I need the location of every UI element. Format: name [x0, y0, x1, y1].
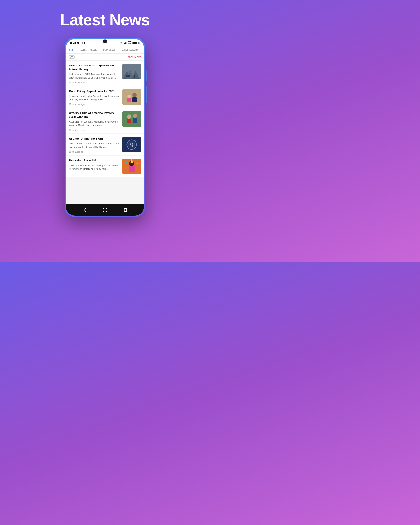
- news-excerpt: Seven's Good Friday Appeal is back on tr…: [69, 94, 120, 101]
- svg-point-16: [127, 94, 131, 98]
- page-title: Latest News: [60, 11, 150, 29]
- news-excerpt: Season 5 of the 'worst' cooking show Nai…: [69, 164, 120, 171]
- phone-mockup: 10:38: [65, 38, 145, 217]
- news-text: Returning: Nailed It! Season 5 of the 'w…: [69, 159, 120, 172]
- news-title: SAS Australia team in quarantine before …: [69, 64, 120, 71]
- status-left: 10:38: [70, 42, 86, 44]
- svg-rect-35: [124, 209, 126, 211]
- svg-rect-18: [122, 111, 141, 127]
- news-feed: SAS Australia team in quarantine before …: [66, 61, 144, 204]
- svg-rect-20: [127, 119, 131, 123]
- news-text: SAS Australia team in quarantine before …: [69, 64, 120, 84]
- tab-top-news[interactable]: TOP NEWS: [100, 46, 119, 53]
- news-item[interactable]: Airdate: Q: Into the Storm HBO documenta…: [66, 134, 144, 155]
- news-thumbnail: Q: [122, 137, 141, 152]
- svg-rect-17: [127, 98, 131, 102]
- news-thumbnail: [122, 111, 141, 127]
- svg-rect-15: [132, 97, 137, 102]
- news-item[interactable]: SAS Australia team in quarantine before …: [66, 61, 144, 86]
- ad-bar: Ad Learn More: [66, 54, 144, 61]
- news-item[interactable]: Returning: Nailed It! Season 5 of the 'w…: [66, 156, 144, 177]
- home-icon: [103, 208, 107, 212]
- svg-point-12: [134, 75, 135, 78]
- bottom-nav: [66, 204, 144, 216]
- svg-marker-2: [84, 42, 86, 44]
- tab-latest-news[interactable]: LATEST NEWS: [76, 46, 100, 53]
- recents-button[interactable]: [122, 207, 128, 213]
- svg-point-14: [132, 93, 137, 97]
- learn-more-link[interactable]: Learn More: [126, 55, 141, 59]
- news-title: Returning: Nailed It!: [69, 159, 120, 162]
- news-excerpt: Instructors for SAS Australia have arriv…: [69, 72, 120, 79]
- svg-rect-22: [133, 118, 137, 123]
- news-thumbnail: [122, 64, 141, 79]
- play-icon: [84, 42, 86, 44]
- svg-point-11: [128, 75, 130, 77]
- svg-point-21: [133, 114, 137, 118]
- shield-icon: [77, 42, 79, 44]
- wifi-icon: [120, 42, 123, 44]
- svg-point-10: [126, 75, 128, 77]
- news-excerpt: HBO documentary series Q: Into the Storm…: [69, 142, 120, 149]
- svg-rect-4: [132, 42, 136, 44]
- phone-notch: [103, 39, 107, 43]
- news-text: Good Friday Appeal back for 2021 Seven's…: [69, 89, 120, 106]
- svg-point-19: [127, 114, 131, 119]
- news-item[interactable]: Good Friday Appeal back for 2021 Seven's…: [66, 86, 144, 108]
- data-speed: 30.0K/s: [128, 41, 131, 45]
- battery-icon: [132, 42, 137, 44]
- battery-percent: 31: [138, 42, 140, 44]
- phone-screen: 10:38: [66, 39, 144, 216]
- news-item[interactable]: Writers' Guild of America Awards 2021: w…: [66, 108, 144, 133]
- news-time: 15 minutes ago: [69, 129, 120, 131]
- svg-rect-0: [81, 42, 83, 44]
- svg-text:Q: Q: [130, 142, 133, 147]
- svg-rect-1: [81, 42, 82, 42]
- news-title: Airdate: Q: Into the Storm: [69, 137, 120, 141]
- back-icon: [83, 208, 87, 212]
- news-thumbnail: [122, 89, 141, 105]
- svg-point-33: [103, 208, 107, 212]
- news-time: 15 minutes ago: [69, 81, 120, 84]
- signal-icon: [124, 42, 127, 44]
- svg-rect-5: [136, 42, 137, 44]
- news-title: Good Friday Appeal back for 2021: [69, 89, 120, 93]
- status-time: 10:38: [70, 42, 76, 44]
- news-excerpt: Australian writer Tony McNamara has won …: [69, 120, 120, 127]
- news-thumbnail: [122, 159, 141, 174]
- recents-icon: [123, 208, 128, 212]
- tab-all[interactable]: ALL: [66, 46, 76, 53]
- news-text: Airdate: Q: Into the Storm HBO documenta…: [69, 137, 120, 153]
- news-time: 15 minutes ago: [69, 103, 120, 106]
- home-button[interactable]: [102, 207, 108, 213]
- tab-dailytelegraf[interactable]: DAILYTELEGRAF: [119, 46, 143, 53]
- news-text: Writers' Guild of America Awards 2021: w…: [69, 111, 120, 131]
- nav-tabs: ALL LATEST NEWS TOP NEWS DAILYTELEGRAF: [66, 46, 144, 54]
- back-button[interactable]: [82, 207, 88, 213]
- svg-rect-13: [122, 89, 141, 105]
- clipboard-icon: [81, 42, 83, 44]
- news-time: 15 minutes ago: [69, 150, 120, 153]
- ad-badge: Ad: [69, 55, 75, 59]
- status-right: 30.0K/s 31: [120, 41, 140, 45]
- svg-rect-29: [129, 166, 135, 171]
- news-title: Writers' Guild of America Awards 2021: w…: [69, 111, 120, 119]
